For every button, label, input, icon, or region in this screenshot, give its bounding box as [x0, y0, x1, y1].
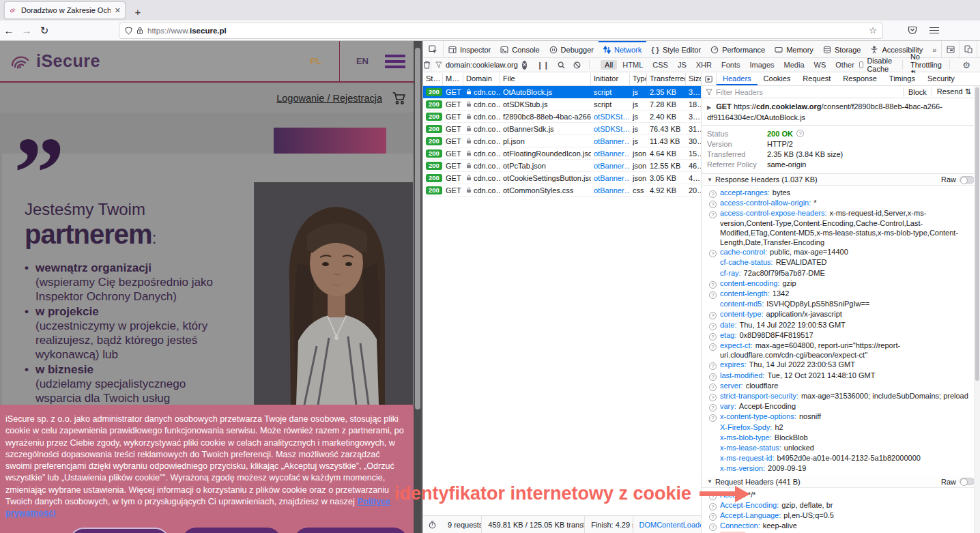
pause-recording-icon[interactable]: ❙❙ [536, 61, 549, 70]
header-name[interactable]: x-ms-request-id [720, 454, 774, 462]
filter-pill[interactable]: CSS [648, 60, 672, 70]
header-row[interactable]: ? varyAccept-Encoding [706, 401, 976, 412]
browser-tab[interactable]: Doradztwo w Zakresie Ochrony Dany… ✕ [4, 1, 126, 19]
lang-pl-button[interactable]: PL [310, 56, 321, 66]
header-row[interactable]: ? Accept-Languagepl,en-US;q=0.5 [706, 510, 976, 521]
forward-button[interactable]: → [18, 25, 35, 36]
help-icon[interactable]: ? [796, 130, 804, 137]
help-icon[interactable]: ? [709, 362, 717, 370]
header-row[interactable]: ? cf-cache-statusREVALIDATED [706, 257, 976, 268]
filter-pill[interactable]: All [601, 60, 617, 70]
lock-icon[interactable] [136, 27, 143, 35]
help-icon[interactable]: ? [709, 281, 717, 289]
headers-scrollbar[interactable] [974, 86, 980, 533]
header-name[interactable]: x-content-type-options [720, 412, 796, 420]
clear-requests-icon[interactable] [423, 58, 431, 72]
header-row[interactable]: ? x-ms-blob-typeBlockBlob [706, 433, 976, 443]
url-text[interactable]: https://www.isecure.pl [147, 27, 865, 35]
cookie-consent-button[interactable]: Zaakceptuj wszystkie [293, 528, 408, 533]
reload-button[interactable]: ↻ [35, 25, 53, 37]
twisty-expanded-icon[interactable]: ▼ [707, 478, 712, 485]
header-row[interactable]: ? accept-rangesbytes [706, 188, 976, 198]
help-icon[interactable]: ? [709, 414, 717, 422]
header-name[interactable]: Accept-Encoding [720, 501, 779, 509]
detail-subtab[interactable]: Security [921, 73, 961, 85]
column-transferred[interactable]: Transferred [647, 73, 686, 85]
request-filter-input[interactable]: domain:cookielaw.org [431, 61, 522, 69]
header-row[interactable]: ? cache-controlpublic, max-age=14400 [706, 247, 976, 257]
pocket-icon[interactable] [908, 26, 917, 35]
header-row[interactable]: ? x-content-type-optionsnosniff [706, 412, 976, 422]
detail-subtab[interactable]: Headers [717, 73, 758, 85]
request-row[interactable]: 200 GET cdn.co… pl.json otBanner… js 11.… [423, 135, 701, 147]
request-row[interactable]: 200 GET cdn.co… otFloatingRoundedIcon.js… [423, 147, 701, 160]
request-row[interactable]: 200 GET cdn.co… otBannerSdk.js otSDKSt… … [423, 123, 701, 135]
header-name[interactable]: content-length [720, 289, 770, 298]
header-name[interactable]: cf-cache-status [720, 258, 773, 266]
column-type[interactable]: Type [630, 73, 647, 85]
header-name[interactable]: x-ms-lease-status [720, 444, 781, 452]
tab-performance[interactable]: Performance [706, 41, 770, 57]
filter-pill[interactable]: WS [810, 60, 831, 70]
header-row[interactable]: ? content-typeapplication/x-javascript [706, 309, 976, 319]
help-icon[interactable]: ? [709, 211, 717, 218]
header-name[interactable]: content-type [720, 310, 764, 318]
header-row[interactable]: ? content-md5ISVHQDp8yLpS5h8SniPgIw== [706, 299, 976, 309]
filter-pill[interactable]: JS [674, 60, 691, 70]
help-icon[interactable]: ? [709, 523, 717, 531]
header-name[interactable]: Connection [720, 521, 760, 530]
column-method[interactable]: M… [443, 73, 463, 85]
header-row[interactable]: ? last-modifiedTue, 12 Oct 2021 14:48:10… [706, 371, 976, 381]
column-file[interactable]: File [500, 73, 591, 85]
scrollbar-thumb[interactable] [975, 87, 979, 381]
help-icon[interactable]: ? [709, 250, 717, 257]
tab-close-icon[interactable]: ✕ [115, 6, 121, 15]
header-row[interactable]: ? strict-transport-securitymax-age=31536… [706, 391, 976, 401]
request-row[interactable]: 200 GET cdn.co… otPcTab.json otBanner… j… [423, 160, 701, 172]
resend-button[interactable]: Resend ⇅ [932, 87, 976, 96]
header-name[interactable]: cache-control [720, 248, 767, 256]
header-row[interactable]: ? servercloudflare [706, 381, 976, 391]
header-name[interactable]: expect-ct [720, 341, 753, 349]
filter-pill[interactable]: Images [746, 60, 779, 70]
tab-console[interactable]: Console [495, 41, 544, 57]
login-register-link[interactable]: Logowanie / Rejestracja [276, 93, 382, 104]
filter-headers-input[interactable]: Filter Headers [716, 88, 903, 96]
response-headers-section[interactable]: ▼ Response Headers (1.037 KB) Raw [702, 174, 980, 186]
help-icon[interactable]: ? [709, 394, 717, 401]
request-row[interactable]: 200 GET cdn.co… OtAutoBlock.js script js… [423, 86, 701, 98]
header-name[interactable]: X-Firefox-Spdy [720, 423, 772, 431]
header-row[interactable]: ? access-control-expose-headersx-ms-requ… [706, 208, 976, 247]
filter-pill[interactable]: Fonts [717, 60, 745, 70]
request-row[interactable]: 200 GET cdn.co… otCookieSettingsButton.j… [423, 172, 701, 184]
pick-element-icon[interactable] [423, 41, 444, 57]
help-icon[interactable]: ? [709, 343, 717, 351]
header-row[interactable]: ? Connectionkeep-alive [706, 521, 976, 531]
header-row[interactable]: ? Accept*/* [706, 490, 976, 500]
help-icon[interactable]: ? [709, 493, 717, 500]
header-name[interactable]: cf-ray [720, 269, 741, 277]
filter-pill[interactable]: Media [780, 60, 809, 70]
help-icon[interactable]: ? [709, 404, 717, 412]
clear-filter-icon[interactable]: ✕ [522, 61, 528, 70]
header-name[interactable]: x-ms-version [720, 464, 765, 472]
search-icon[interactable] [558, 61, 565, 69]
help-icon[interactable]: ? [709, 323, 717, 330]
header-row[interactable]: ? expiresThu, 14 Jul 2022 23:00:53 GMT [706, 360, 976, 370]
header-name[interactable]: accept-ranges [720, 188, 770, 197]
split-panel-icon[interactable] [702, 73, 717, 85]
tab-memory[interactable]: Memory [770, 41, 818, 57]
request-row[interactable]: 200 GET cdn.co… otCommonStyles.css otBan… [423, 184, 701, 197]
raw-toggle[interactable] [960, 176, 975, 184]
header-row[interactable]: ? x-ms-lease-statusunlocked [706, 443, 976, 453]
header-name[interactable]: x-ms-blob-type [720, 433, 772, 442]
column-domain[interactable]: Domain [463, 73, 500, 85]
new-tab-button[interactable]: + [130, 4, 146, 20]
request-headers-section[interactable]: ▼ Request Headers (441 B) Raw [702, 476, 980, 488]
header-name[interactable]: server [720, 381, 743, 390]
shield-icon[interactable] [125, 27, 132, 35]
tab-debugger[interactable]: Debugger [545, 41, 599, 57]
help-icon[interactable]: ? [709, 190, 717, 198]
cart-icon[interactable] [392, 91, 407, 105]
bookmark-star-icon[interactable]: ☆ [869, 25, 877, 35]
